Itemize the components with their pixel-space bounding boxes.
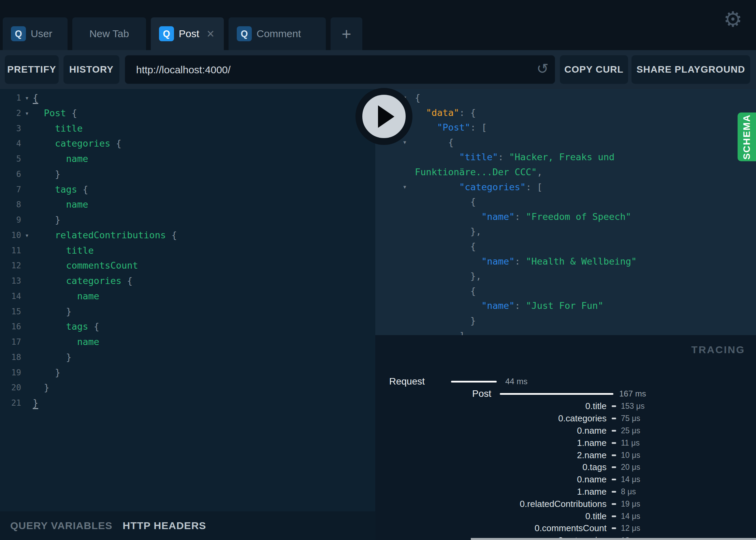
tab-user[interactable]: QUser	[3, 17, 68, 50]
schema-side-tab[interactable]: SCHEMA	[738, 112, 756, 161]
code-text: "categories": [	[415, 180, 542, 195]
tracing-resolver-row: 2.name10 μs	[375, 449, 756, 461]
reload-schema-icon[interactable]: ↺	[537, 60, 549, 77]
token: {	[33, 92, 38, 104]
fold-arrow-icon[interactable]: ▾	[21, 90, 33, 106]
resolver-bar-wrap	[607, 430, 621, 432]
tab-new-tab[interactable]: New Tab	[72, 17, 146, 50]
token	[415, 256, 481, 267]
code-text: Funktionäre...Der CCC",	[415, 165, 542, 180]
collapse-arrow-icon[interactable]: ▾	[403, 135, 415, 150]
http-headers-tab[interactable]: HTTP HEADERS	[123, 520, 206, 531]
line-number: 18	[0, 350, 21, 365]
query-badge: Q	[237, 26, 252, 41]
fold-arrow-icon[interactable]: ▾	[21, 228, 33, 243]
query-editor-lines: 1▾{2▾ Post {3 title4 categories {5 name6…	[0, 89, 375, 411]
tracing-resolver-rows: 0.title153 μs0.categories75 μs0.name25 μ…	[375, 400, 756, 540]
execute-query-button[interactable]	[355, 88, 412, 145]
line-number: 13	[0, 273, 21, 289]
resolver-timing-bar	[612, 466, 616, 468]
arrow-gutter	[403, 298, 415, 313]
token	[415, 107, 426, 118]
response-line: ]	[375, 328, 756, 335]
code-text: title	[33, 121, 83, 136]
tab-comment[interactable]: QComment	[229, 17, 326, 50]
token: name	[66, 199, 88, 210]
editor-line: 20 }	[0, 380, 375, 395]
resolver-bar-wrap	[607, 503, 621, 505]
token: : [	[470, 122, 487, 133]
share-playground-button[interactable]: SHARE PLAYGROUND	[631, 55, 750, 84]
resolver-timing-bar	[612, 491, 616, 493]
token: {	[415, 241, 476, 252]
token: {	[415, 137, 454, 148]
response-lines: ▾{▾ "data": {▾ "Post": [▾ { "title": "Ha…	[375, 89, 756, 335]
endpoint-url-input[interactable]	[135, 56, 526, 84]
resolver-duration: 75 μs	[621, 414, 640, 423]
token	[33, 153, 66, 164]
resolver-duration: 10 μs	[621, 451, 640, 460]
response-line: },	[375, 224, 756, 239]
token: {	[66, 108, 77, 118]
tab-list: QUserNew TabQPost×QComment+	[3, 17, 362, 50]
token: {	[415, 196, 476, 207]
line-number: 15	[0, 304, 21, 319]
arrow-gutter	[403, 224, 415, 239]
code-text: name	[33, 334, 99, 350]
token: }	[33, 169, 60, 179]
fold-gutter	[21, 212, 33, 228]
token	[33, 245, 66, 256]
tab-post[interactable]: QPost×	[151, 17, 224, 50]
line-number: 19	[0, 365, 21, 380]
token	[415, 182, 459, 192]
resolver-duration: 8 μs	[621, 487, 636, 496]
prettify-button[interactable]: PRETTIFY	[5, 55, 59, 84]
settings-gear-icon[interactable]: ⚙	[723, 9, 742, 30]
code-text: }	[33, 365, 60, 380]
resolver-path-label: 0.name	[375, 425, 607, 436]
tracing-resolver-row: 0.tags20 μs	[375, 461, 756, 474]
resolver-timing-bar	[612, 515, 616, 517]
query-variables-tab[interactable]: QUERY VARIABLES	[10, 520, 113, 531]
line-number: 11	[0, 243, 21, 258]
query-badge: Q	[11, 26, 26, 41]
code-text: }	[33, 304, 72, 319]
history-button[interactable]: HISTORY	[63, 55, 119, 84]
token: }	[33, 367, 60, 378]
resolver-duration: 12 μs	[621, 524, 640, 533]
close-icon[interactable]: ×	[207, 27, 214, 40]
token: "name"	[481, 256, 515, 267]
line-number: 20	[0, 380, 21, 395]
horizontal-scrollbar[interactable]	[471, 538, 756, 540]
response-line: {	[375, 284, 756, 299]
line-number: 17	[0, 334, 21, 350]
token	[33, 291, 77, 301]
fold-gutter	[21, 182, 33, 197]
add-tab-button[interactable]: +	[331, 17, 362, 50]
code-text: relatedContributions {	[33, 228, 177, 243]
resolver-bar-wrap	[607, 479, 621, 480]
fold-arrow-icon[interactable]: ▾	[21, 106, 33, 121]
token: "Hacker, Freaks und	[509, 152, 614, 162]
arrow-gutter	[403, 239, 415, 254]
line-number: 12	[0, 258, 21, 273]
token: "title"	[459, 152, 498, 162]
token: :	[515, 256, 526, 267]
token: name	[77, 291, 99, 301]
query-editor[interactable]: 1▾{2▾ Post {3 title4 categories {5 name6…	[0, 89, 375, 511]
code-text: name	[33, 151, 88, 167]
token: : [	[526, 182, 542, 192]
tracing-resolver-row: 0.title14 μs	[375, 510, 756, 522]
editor-line: 5 name	[0, 151, 375, 167]
copy-curl-button[interactable]: COPY CURL	[560, 55, 628, 84]
tracing-title: TRACING	[691, 344, 745, 356]
resolver-duration: 153 μs	[621, 402, 645, 411]
tab-label: User	[31, 28, 52, 40]
code-text: },	[415, 224, 481, 239]
tracing-resolver-row: 0.commentsCount12 μs	[375, 522, 756, 535]
token	[415, 211, 481, 222]
token	[415, 152, 459, 162]
resolver-duration: 11 μs	[621, 438, 640, 448]
collapse-arrow-icon[interactable]: ▾	[403, 180, 415, 195]
response-viewer: ▾{▾ "data": {▾ "Post": [▾ { "title": "Ha…	[375, 89, 756, 335]
